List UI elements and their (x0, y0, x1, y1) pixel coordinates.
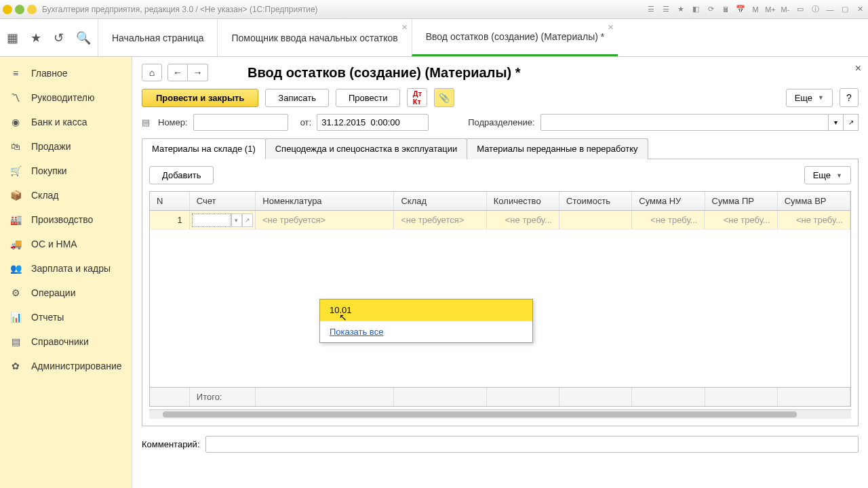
help-icon[interactable]: ⓘ (810, 4, 821, 15)
movements-button[interactable]: ДтКт (407, 88, 427, 107)
post-and-close-button[interactable]: Провести и закрыть (142, 89, 258, 107)
dropdown-icon[interactable]: ▾ (231, 214, 242, 227)
cell-sum-vr[interactable]: <не требу... (778, 211, 850, 229)
account-input[interactable] (192, 214, 231, 227)
grid-more-button[interactable]: Еще (804, 166, 851, 184)
scroll-thumb[interactable] (163, 411, 797, 418)
sidebar-item-admin[interactable]: ✿Администрирование (0, 354, 132, 378)
box-icon: 📦 (9, 189, 22, 201)
col-nomenclature[interactable]: Номенклатура (256, 192, 394, 210)
sidebar-item-catalogs[interactable]: ▤Справочники (0, 329, 132, 354)
star-icon[interactable]: ★ (31, 30, 41, 45)
bars-icon: 📊 (9, 311, 22, 323)
open-icon[interactable]: ↗ (242, 214, 253, 227)
tab-workwear[interactable]: Спецодежда и спецоснастка в эксплуатации (265, 138, 467, 159)
dept-dropdown-button[interactable]: ▾ (829, 114, 844, 131)
close-page-icon[interactable]: × (855, 62, 861, 75)
people-icon: 👥 (9, 262, 22, 274)
toolbar-icon[interactable]: M (750, 4, 761, 15)
factory-icon: 🏭 (9, 214, 22, 226)
tab-materials-stock[interactable]: Материалы на складе (1) (142, 138, 266, 159)
tab-assistant[interactable]: Помощник ввода начальных остатков ✕ (217, 19, 411, 56)
cell-account[interactable]: ▾ ↗ (190, 211, 256, 229)
minimize-icon[interactable]: — (825, 4, 835, 15)
cell-nomenclature[interactable]: <не требуется> (256, 211, 394, 229)
number-input[interactable] (193, 114, 288, 131)
col-cost[interactable]: Стоимость (559, 192, 632, 210)
sidebar-item-label: Отчеты (31, 312, 64, 323)
cell-warehouse[interactable]: <не требуется> (394, 211, 486, 229)
grid-icon[interactable]: ▦ (7, 30, 18, 45)
col-sum-pr[interactable]: Сумма ПР (705, 192, 778, 210)
date-input[interactable] (317, 114, 429, 131)
cell-sum-nu[interactable]: <не требу... (632, 211, 705, 229)
cell-cost[interactable] (559, 211, 632, 229)
cell-n[interactable]: 1 (150, 211, 190, 229)
sidebar-item-manager[interactable]: 〽Руководителю (0, 85, 132, 110)
toolbar-icon[interactable]: ★ (675, 4, 686, 15)
toolbar-icon[interactable]: ◧ (690, 4, 701, 15)
tab-start-page[interactable]: Начальная страница (98, 19, 217, 56)
tab-materials-processing[interactable]: Материалы переданные в переработку (467, 138, 648, 159)
sidebar-item-bank[interactable]: ◉Банк и касса (0, 110, 132, 134)
toolbar-icon[interactable]: ▭ (795, 4, 806, 15)
sidebar-item-operations[interactable]: ⚙Операции (0, 281, 132, 305)
gear-icon: ⚙ (9, 287, 22, 299)
truck-icon: 🚚 (9, 238, 22, 250)
chart-icon: 〽 (9, 92, 22, 104)
col-warehouse[interactable]: Склад (394, 192, 486, 210)
sidebar-item-purchases[interactable]: 🛒Покупки (0, 159, 132, 183)
comment-input[interactable] (205, 436, 859, 453)
attach-button[interactable]: 📎 (434, 88, 454, 107)
toolbar-icon[interactable]: M+ (765, 4, 776, 15)
sidebar-item-label: Зарплата и кадры (31, 263, 111, 274)
sidebar-item-reports[interactable]: 📊Отчеты (0, 305, 132, 329)
dept-open-button[interactable]: ↗ (844, 114, 859, 131)
cell-sum-pr[interactable]: <не требу... (705, 211, 777, 229)
toolbar-icon[interactable]: 📅 (735, 4, 746, 15)
more-button[interactable]: Еще (786, 89, 833, 107)
tab-label: Начальная страница (112, 33, 203, 43)
back-button[interactable]: ← (167, 64, 188, 81)
titlebar: Бухгалтерия предприятия, редакция 3.0 / … (0, 0, 868, 19)
sidebar-item-production[interactable]: 🏭Производство (0, 207, 132, 232)
toolbar-icon[interactable]: ⟳ (705, 4, 716, 15)
sidebar-item-sales[interactable]: 🛍Продажи (0, 134, 132, 159)
close-icon[interactable]: ✕ (854, 4, 865, 15)
help-button[interactable]: ? (840, 88, 859, 107)
top-tabs-bar: ▦ ★ ↺ 🔍 Начальная страница Помощник ввод… (0, 19, 868, 57)
maximize-icon[interactable]: ▢ (840, 4, 850, 15)
horizontal-scrollbar[interactable] (149, 409, 851, 419)
toolbar-icon[interactable]: ☰ (646, 4, 656, 15)
tab-label: Помощник ввода начальных остатков (231, 33, 397, 43)
sidebar-item-warehouse[interactable]: 📦Склад (0, 183, 132, 207)
toolbar-icon[interactable]: M- (780, 4, 791, 15)
col-n[interactable]: N (150, 192, 190, 210)
home-button[interactable]: ⌂ (142, 64, 162, 81)
post-button[interactable]: Провести (336, 89, 401, 107)
toolbar-icon[interactable]: ☰ (660, 4, 671, 15)
dropdown-show-all[interactable]: Показать все (320, 321, 532, 342)
sidebar-item-main[interactable]: ≡Главное (0, 61, 132, 85)
foot-blank (559, 388, 632, 406)
add-button[interactable]: Добавить (149, 166, 214, 184)
toolbar-icon[interactable]: 🖩 (720, 4, 731, 15)
col-account[interactable]: Счет (190, 192, 256, 210)
dept-input[interactable] (540, 114, 829, 131)
col-sum-nu[interactable]: Сумма НУ (632, 192, 705, 210)
close-icon[interactable]: ✕ (401, 23, 408, 32)
table-row[interactable]: 1 ▾ ↗ <не требуется> <не требуется> <не … (150, 211, 850, 230)
tab-entry-balances[interactable]: Ввод остатков (создание) (Материалы) * ✕ (412, 19, 618, 56)
content-area: × ⌂ ← → Ввод остатков (создание) (Матери… (132, 57, 868, 488)
sidebar-item-assets[interactable]: 🚚ОС и НМА (0, 232, 132, 256)
close-icon[interactable]: ✕ (608, 23, 614, 32)
save-button[interactable]: Записать (265, 89, 329, 107)
search-icon[interactable]: 🔍 (76, 30, 91, 45)
dropdown-option[interactable]: 10.01 (320, 300, 532, 321)
sidebar-item-hr[interactable]: 👥Зарплата и кадры (0, 256, 132, 281)
cell-quantity[interactable]: <не требу... (487, 211, 559, 229)
col-quantity[interactable]: Количество (487, 192, 559, 210)
col-sum-vr[interactable]: Сумма ВР (778, 192, 850, 210)
forward-button[interactable]: → (188, 64, 208, 81)
history-icon[interactable]: ↺ (54, 30, 64, 45)
